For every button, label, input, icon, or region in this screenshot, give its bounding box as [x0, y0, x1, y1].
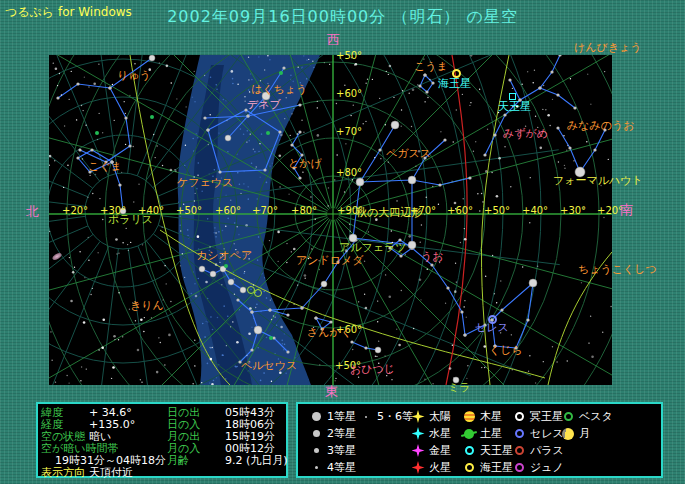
legend-item: 火星: [410, 459, 451, 476]
legend-item: 月: [560, 425, 613, 442]
legend-item: 5・6等: [358, 408, 413, 425]
sky-label: カシオペア: [196, 250, 252, 261]
info-row: 月齢9.2 (九日月): [167, 455, 288, 467]
legend-item: 太陽: [410, 408, 451, 425]
sky-label: ちょうこくしつ: [578, 264, 657, 275]
legend-item: 3等星: [308, 442, 356, 459]
sky-label: こうま: [414, 61, 448, 72]
planet-ring-icon: [465, 463, 474, 472]
legend-icon-box: [560, 428, 576, 440]
legend-icon-box: [308, 430, 324, 437]
legend-item-label: 火星: [429, 460, 451, 475]
sky-label: きりん: [130, 300, 164, 311]
legend-icon-box: [410, 461, 426, 474]
legend-item-label: 月: [579, 426, 590, 441]
sky-label: こぐま: [88, 161, 122, 172]
sky-label: うお: [421, 251, 444, 262]
info-label: 表示方向: [41, 467, 89, 479]
info-location-column: 緯度+ 34.6°経度+135.0°空の状態暗い空が暗い時間帯19時31分～04…: [38, 404, 164, 476]
sky-label: みずがめ: [503, 128, 548, 139]
sky-label: セレス: [475, 322, 509, 333]
direction-label-西: 西: [327, 33, 340, 46]
jupiter-icon: [464, 411, 475, 422]
legend-item-label: 1等星: [327, 409, 356, 424]
altitude-tick: +60°: [215, 206, 241, 216]
legend-item-label: ジュノ: [530, 460, 564, 475]
legend-item-label: セレス: [530, 426, 564, 441]
legend-column-3: 木星土星天王星海王星: [461, 408, 513, 476]
magnitude-star-icon: [313, 430, 320, 437]
altitude-tick: +80°: [336, 168, 362, 178]
planet-ring-icon: [465, 446, 474, 455]
altitude-tick: +50°: [484, 206, 510, 216]
altitude-tick: +50°: [336, 51, 362, 61]
sky-label: けんびきょう: [574, 42, 642, 53]
legend-column-2: 太陽水星金星火星: [410, 408, 451, 476]
altitude-tick: +40°: [522, 206, 548, 216]
altitude-tick: +50°: [176, 206, 202, 216]
legend-icon-box: [511, 412, 527, 421]
planet-ring-icon: [515, 429, 524, 438]
legend-item: 海王星: [461, 459, 513, 476]
legend-icon-box: [410, 410, 426, 423]
sky-label: 秋の大四辺形: [356, 207, 422, 218]
direction-label-東: 東: [325, 385, 338, 398]
legend-item-label: 土星: [480, 426, 502, 441]
legend-item-label: パラス: [530, 443, 564, 458]
legend-icon-box: [410, 427, 426, 440]
altitude-tick: +30°: [560, 206, 586, 216]
legend-item: ジュノ: [511, 459, 564, 476]
sky-label: アンドロメダ: [296, 255, 364, 266]
legend-item-label: 天王星: [480, 443, 513, 458]
legend-item-label: 3等星: [327, 443, 356, 458]
sky-label: みなみのうお: [567, 120, 635, 131]
sky-label: フォーマルハウト: [553, 175, 643, 186]
legend-item-label: 水星: [429, 426, 451, 441]
planet-ring-icon: [515, 446, 524, 455]
legend-item-label: 2等星: [327, 426, 356, 441]
altitude-tick: +60°: [336, 89, 362, 99]
observation-info-panel: 緯度+ 34.6°経度+135.0°空の状態暗い空が暗い時間帯19時31分～04…: [36, 402, 288, 478]
legend-item-label: 木星: [480, 409, 502, 424]
altitude-tick: +20°: [62, 206, 88, 216]
sky-label: アルフェラツ: [339, 242, 407, 253]
sky-label: デネブ: [247, 99, 281, 110]
direction-label-南: 南: [620, 203, 633, 216]
planetarium-window: つるぷら for Windows 2002年09月16日00時00分 （明石） …: [0, 0, 685, 484]
sky-label: くじら: [489, 345, 523, 356]
sky-label: ポラリス: [108, 214, 153, 225]
altitude-tick: +60°: [447, 206, 473, 216]
legend-item: 土星: [461, 425, 513, 442]
planet-sparkle-icon: [412, 461, 425, 474]
legend-icon-box: [461, 411, 477, 422]
planet-ring-icon: [515, 463, 524, 472]
legend-icon-box: [308, 448, 324, 453]
magnitude-star-icon: [312, 412, 321, 421]
sky-label: とかげ: [288, 158, 322, 169]
legend-item: 冥王星: [511, 408, 564, 425]
legend-item-label: 4等星: [327, 460, 356, 475]
legend-item: 金星: [410, 442, 451, 459]
sky-label: おひつじ: [350, 364, 395, 375]
legend-item: 2等星: [308, 425, 356, 442]
altitude-tick: +80°: [291, 206, 317, 216]
legend-item: 4等星: [308, 459, 356, 476]
legend-item: 木星: [461, 408, 513, 425]
legend-item-label: 太陽: [429, 409, 451, 424]
legend-column-4: 冥王星セレスパラスジュノ: [511, 408, 564, 476]
info-value: 天頂付近: [89, 467, 133, 479]
legend-icon-box: [461, 446, 477, 455]
legend-icon-box: [410, 444, 426, 457]
info-value: 9.2 (九日月): [225, 455, 288, 467]
legend-icon-box: [461, 463, 477, 472]
legend-item-label: ベスタ: [579, 409, 613, 424]
altitude-tick: +70°: [336, 127, 362, 137]
legend-icon-box: [308, 466, 324, 469]
saturn-icon: [464, 429, 474, 439]
legend-column-0: 1等星2等星3等星4等星: [308, 408, 356, 476]
legend-icon-box: [511, 463, 527, 472]
magnitude-star-icon: [365, 416, 367, 418]
sky-label: はくちょう: [251, 84, 307, 95]
legend-item: 1等星: [308, 408, 356, 425]
legend-column-1: 5・6等: [358, 408, 413, 425]
